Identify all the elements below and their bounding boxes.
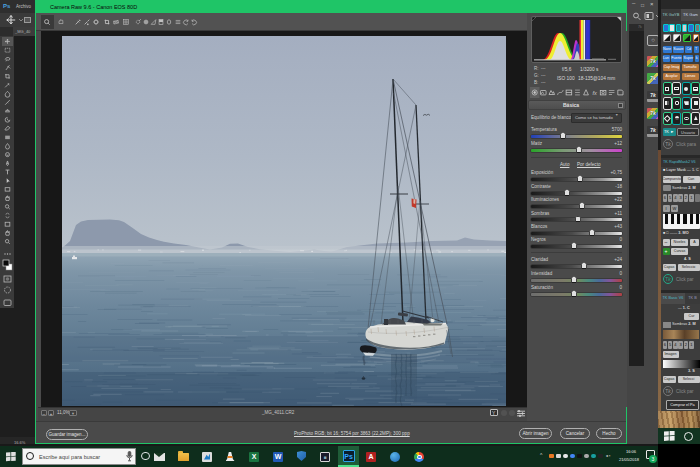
svg-text:fx: fx — [592, 90, 597, 96]
